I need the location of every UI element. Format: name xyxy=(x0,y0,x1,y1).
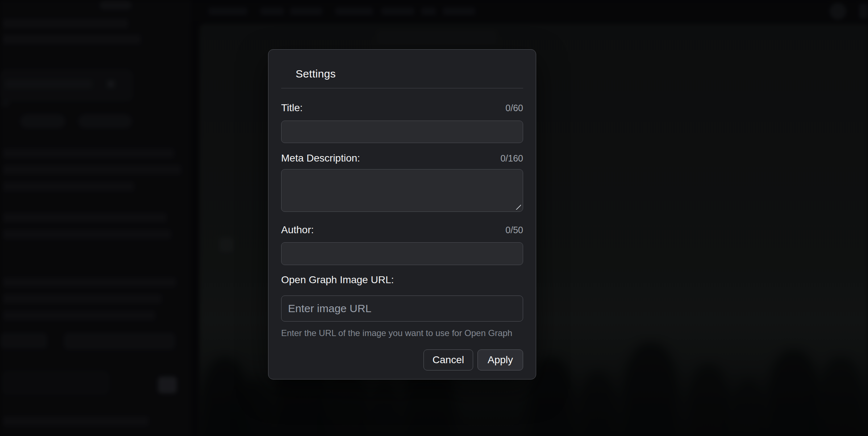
settings-modal: Settings Title: 0/60 Meta Description: 0… xyxy=(268,49,536,380)
author-char-counter: 0/50 xyxy=(505,226,523,235)
og-image-url-helper-text: Enter the URL of the image you want to u… xyxy=(281,329,523,338)
title-char-counter: 0/60 xyxy=(505,104,523,113)
meta-description-label: Meta Description: xyxy=(281,153,360,163)
modal-actions: Cancel Apply xyxy=(281,349,523,370)
author-input[interactable] xyxy=(281,242,523,265)
og-image-url-input[interactable] xyxy=(281,295,523,322)
title-field-label: Title: xyxy=(281,103,303,113)
modal-title: Settings xyxy=(281,68,523,79)
cancel-button[interactable]: Cancel xyxy=(423,349,473,370)
author-field-label: Author: xyxy=(281,225,314,235)
title-input[interactable] xyxy=(281,121,523,143)
meta-description-char-counter: 0/160 xyxy=(500,154,523,163)
apply-button[interactable]: Apply xyxy=(477,349,523,370)
app-screen: Settings Title: 0/60 Meta Description: 0… xyxy=(0,0,868,436)
meta-description-wrap xyxy=(281,169,523,212)
meta-description-textarea[interactable] xyxy=(281,169,523,212)
modal-divider xyxy=(281,88,523,88)
og-image-url-label: Open Graph Image URL: xyxy=(281,275,394,285)
